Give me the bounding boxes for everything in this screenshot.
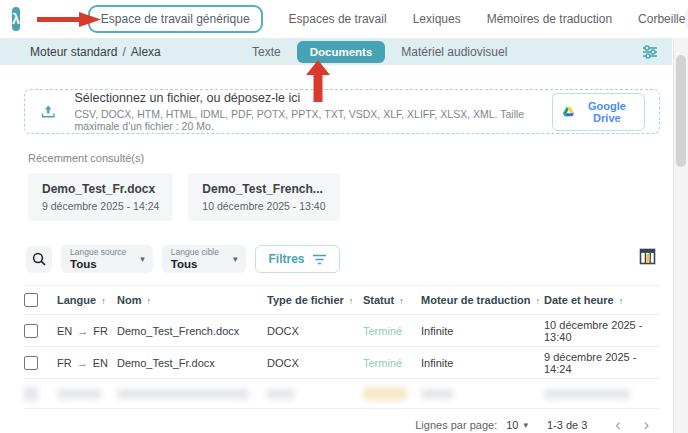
cell-engine xyxy=(421,389,544,399)
main-nav: Espace de travail générique Espaces de t… xyxy=(88,5,686,33)
recent-file-date: 10 décembre 2025 - 13:40 xyxy=(202,200,325,212)
nav-item-trash[interactable]: Corbeille xyxy=(638,12,685,26)
recent-file-card[interactable]: Demo_Test_Fr.docx 9 décembre 2025 - 14:2… xyxy=(28,173,173,221)
scrollbar-thumb[interactable] xyxy=(676,55,686,167)
table-row[interactable]: FR→EN Demo_Test_Fr.docx DOCX Terminé Inf… xyxy=(24,347,660,379)
google-drive-label: Google Drive xyxy=(580,100,634,124)
breadcrumb-separator: / xyxy=(117,45,130,59)
source-language-label: Langue source xyxy=(70,247,126,257)
top-nav-bar: λ Espace de travail générique Espaces de… xyxy=(0,0,688,38)
upload-icon xyxy=(41,103,56,121)
nav-item-lexicons[interactable]: Lexiques xyxy=(413,12,461,26)
sort-asc-icon[interactable]: ↑ xyxy=(146,296,151,306)
sort-asc-icon[interactable]: ↑ xyxy=(101,296,106,306)
annotation-arrow-documents xyxy=(306,60,330,102)
filters-button[interactable]: Filtres xyxy=(255,245,340,273)
nav-item-translation-memories[interactable]: Mémoires de traduction xyxy=(487,12,612,26)
previous-page-button[interactable]: ‹ xyxy=(608,417,627,433)
rows-per-page-label: Lignes par page: xyxy=(415,419,497,431)
recently-viewed-cards: Demo_Test_Fr.docx 9 décembre 2025 - 14:2… xyxy=(28,173,660,221)
sort-asc-icon[interactable]: ↑ xyxy=(349,296,354,306)
sort-asc-icon[interactable]: ↑ xyxy=(399,296,404,306)
filter-toolbar: Langue source Tous ▾ Langue cible Tous ▾… xyxy=(26,245,660,273)
main-content: Sélectionnez un fichier, ou déposez-le i… xyxy=(0,89,672,433)
recent-file-card[interactable]: Demo_Test_French... 10 décembre 2025 - 1… xyxy=(188,173,339,221)
filter-lines-icon xyxy=(313,254,326,265)
next-page-button[interactable]: › xyxy=(637,417,656,433)
breadcrumb-engine[interactable]: Moteur standard xyxy=(30,45,117,59)
chevron-down-icon: ▾ xyxy=(140,254,145,264)
scrollbar[interactable] xyxy=(673,38,688,433)
cell-filename xyxy=(117,389,267,399)
rows-per-page-select[interactable]: 10 ▾ xyxy=(506,419,528,431)
cell-status: Terminé xyxy=(363,325,421,337)
cell-status xyxy=(363,387,421,400)
sort-asc-icon[interactable]: ↑ xyxy=(619,296,624,306)
redacted-text xyxy=(117,389,249,399)
column-header-engine[interactable]: Moteur de traduction↑ xyxy=(421,294,544,306)
pagination-range: 1-3 de 3 xyxy=(547,419,587,431)
row-checkbox[interactable] xyxy=(24,324,38,338)
recent-file-name: Demo_Test_French... xyxy=(202,182,325,196)
cell-status: Terminé xyxy=(363,357,421,369)
cell-language: EN→FR xyxy=(57,325,117,337)
nav-item-workspaces[interactable]: Espaces de travail xyxy=(289,12,387,26)
row-checkbox-cell xyxy=(24,356,57,370)
source-language-value: Tous xyxy=(70,258,126,270)
nav-item-generic-workspace[interactable]: Espace de travail générique xyxy=(88,5,263,33)
source-language-texts: Langue source Tous xyxy=(70,247,126,270)
column-settings-button[interactable] xyxy=(639,248,656,269)
cell-language xyxy=(57,389,117,399)
row-checkbox-cell xyxy=(24,387,57,401)
column-header-language[interactable]: Langue↑ xyxy=(57,294,117,306)
logo-glyph: λ xyxy=(12,11,20,27)
recent-file-date: 9 décembre 2025 - 14:24 xyxy=(42,200,159,212)
breadcrumb: Moteur standard/Alexa xyxy=(0,45,161,59)
arrow-right-icon: → xyxy=(72,325,93,337)
header-checkbox-cell xyxy=(24,293,57,307)
google-drive-button[interactable]: Google Drive xyxy=(552,93,645,131)
cell-date: 10 décembre 2025 - 13:40 xyxy=(544,319,660,343)
table-columns-icon xyxy=(639,248,656,265)
cell-date: 9 décembre 2025 - 14:24 xyxy=(544,351,660,375)
breadcrumb-profile[interactable]: Alexa xyxy=(131,45,161,59)
arrow-right-icon: → xyxy=(72,357,93,369)
app-logo[interactable]: λ xyxy=(12,7,20,31)
tab-audiovisual[interactable]: Matériel audiovisuel xyxy=(401,45,507,59)
target-language-value: Tous xyxy=(171,258,219,270)
chevron-down-icon: ▾ xyxy=(233,254,238,264)
workspace-subheader: Moteur standard/Alexa Texte Documents Ma… xyxy=(0,38,672,65)
cell-filetype: DOCX xyxy=(267,357,363,369)
row-checkbox[interactable] xyxy=(24,356,38,370)
cell-filename[interactable]: Demo_Test_Fr.docx xyxy=(117,357,267,369)
redacted-text xyxy=(267,389,295,399)
documents-table: Langue↑ Nom↑ Type de fichier↑ Statut↑ Mo… xyxy=(24,285,660,409)
cell-engine: Infinite xyxy=(421,325,544,337)
search-button[interactable] xyxy=(26,246,52,273)
sort-asc-icon[interactable]: ↑ xyxy=(535,296,540,306)
tab-text[interactable]: Texte xyxy=(252,45,281,59)
column-header-status[interactable]: Statut↑ xyxy=(363,294,421,306)
target-language-select[interactable]: Langue cible Tous ▾ xyxy=(162,245,246,273)
cell-filetype: DOCX xyxy=(267,325,363,337)
table-row[interactable]: EN→FR Demo_Test_French.docx DOCX Terminé… xyxy=(24,315,660,347)
table-row-redacted[interactable] xyxy=(24,379,660,409)
rows-per-page-value: 10 xyxy=(506,419,518,431)
select-all-checkbox[interactable] xyxy=(24,293,38,307)
annotation-arrow-nav xyxy=(37,12,101,27)
source-language-select[interactable]: Langue source Tous ▾ xyxy=(61,245,153,273)
column-header-filetype[interactable]: Type de fichier↑ xyxy=(267,294,363,306)
redacted-text xyxy=(544,389,630,399)
cell-language: FR→EN xyxy=(57,357,117,369)
redacted-text xyxy=(421,389,453,399)
filters-button-label: Filtres xyxy=(269,252,305,266)
cell-date xyxy=(544,389,660,399)
redacted-status xyxy=(363,387,407,400)
column-header-name[interactable]: Nom↑ xyxy=(117,294,267,306)
cell-filename[interactable]: Demo_Test_French.docx xyxy=(117,325,267,337)
tune-settings-icon[interactable] xyxy=(642,44,658,60)
column-header-date[interactable]: Date et heure↑ xyxy=(544,294,660,306)
content-tabs: Texte Documents Matériel audiovisuel xyxy=(252,38,507,65)
file-dropzone[interactable]: Sélectionnez un fichier, ou déposez-le i… xyxy=(24,89,660,134)
dropzone-formats: CSV, DOCX, HTM, HTML, IDML, PDF, POTX, P… xyxy=(75,108,552,132)
